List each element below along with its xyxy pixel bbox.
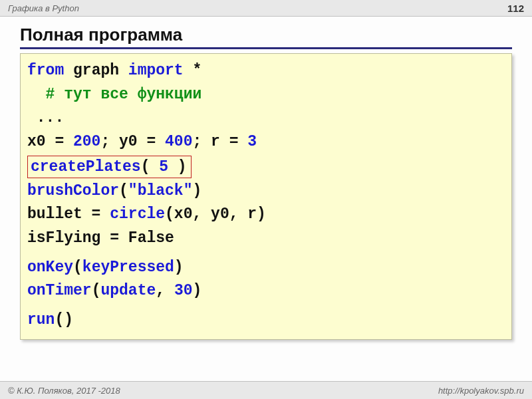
- run-paren: (): [55, 311, 73, 329]
- y0-val: 400: [165, 133, 192, 150]
- highlight-box: createPlates( 5 ): [27, 156, 192, 178]
- bc-close: ): [192, 182, 201, 200]
- star: *: [193, 62, 202, 79]
- footer-url: http://kpolyakov.spb.ru: [438, 386, 524, 396]
- onkey-arg: keyPressed: [82, 259, 174, 276]
- code-block: from graph import * # тут все функции ..…: [20, 53, 512, 340]
- fn-circle: circle: [110, 205, 165, 223]
- copyright: © К.Ю. Поляков, 2017 -2018: [8, 386, 120, 396]
- ontimer-sep: ,: [156, 282, 174, 299]
- ontimer-arg2: 30: [174, 282, 193, 299]
- cp-close: ): [168, 158, 187, 176]
- page-number: 112: [507, 3, 524, 14]
- onkey-open: (: [73, 259, 82, 276]
- topic-label: Графика в Python: [8, 3, 79, 13]
- fn-onkey: onKey: [27, 259, 73, 276]
- ontimer-arg1: update: [100, 282, 156, 299]
- ontimer-open: (: [92, 282, 101, 299]
- fn-run: run: [27, 311, 55, 329]
- sep2: ; r =: [192, 133, 247, 150]
- r-val: 3: [247, 133, 257, 150]
- kw-from: from: [27, 62, 64, 79]
- x0-label: x0 =: [27, 133, 73, 150]
- x0-val: 200: [73, 133, 100, 150]
- circle-args: (x0, y0, r): [165, 205, 266, 223]
- dots: ...: [37, 109, 64, 126]
- fn-brushcolor: brushColor: [27, 182, 119, 200]
- comment: # тут все функции: [46, 86, 202, 103]
- slide-title: Полная программа: [20, 25, 512, 49]
- onkey-close: ): [174, 259, 184, 276]
- mod-name: graph: [73, 62, 119, 79]
- bc-arg: "black": [128, 182, 193, 200]
- kw-import: import: [128, 62, 184, 79]
- spacer: [27, 251, 505, 256]
- cp-open: (: [141, 158, 160, 176]
- fn-ontimer: onTimer: [27, 282, 92, 299]
- isflying: isFlying = False: [27, 229, 174, 247]
- spacer2: [27, 303, 505, 309]
- fn-createplates: createPlates: [31, 158, 141, 176]
- cp-arg: 5: [159, 158, 168, 176]
- slide-footer: © К.Ю. Поляков, 2017 -2018 http://kpolya…: [0, 381, 532, 399]
- bullet-left: bullet =: [27, 205, 110, 223]
- bc-open: (: [119, 182, 128, 200]
- slide-header: Графика в Python 112: [0, 0, 532, 17]
- sep1: ; y0 =: [100, 133, 165, 150]
- ontimer-close: ): [192, 282, 201, 299]
